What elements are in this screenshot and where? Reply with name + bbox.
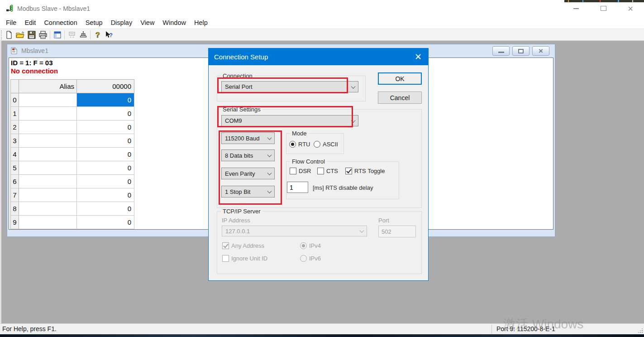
rts-toggle-label: RTS Toggle xyxy=(354,168,385,174)
value-cell[interactable]: 0 xyxy=(77,107,134,120)
radio-unselected-icon xyxy=(314,141,320,148)
checkbox-unchecked-icon xyxy=(317,168,324,174)
svg-text:?: ? xyxy=(109,32,113,39)
alias-cell[interactable] xyxy=(19,134,77,148)
menu-item-display[interactable]: Display xyxy=(107,17,137,29)
value-cell[interactable]: 0 xyxy=(77,202,134,216)
any-address-checkbox: Any Address xyxy=(222,242,264,249)
maximize-button[interactable] xyxy=(590,0,617,17)
serial-port-value: COM9 xyxy=(225,117,242,124)
table-header-row: Alias 00000 xyxy=(11,80,134,93)
corner-header-cell xyxy=(11,80,19,93)
ignore-unit-id-label: Ignore Unit ID xyxy=(231,255,267,262)
menu-item-help[interactable]: Help xyxy=(190,17,212,29)
data-bits-dropdown[interactable]: 8 Data bits xyxy=(221,149,275,161)
value-cell[interactable]: 0 xyxy=(77,175,134,188)
minimize-button[interactable] xyxy=(563,0,590,17)
save-file-button[interactable] xyxy=(26,29,37,40)
menu-item-edit[interactable]: Edit xyxy=(20,17,40,29)
poll-definition-icon xyxy=(67,31,76,39)
toolbar-separator xyxy=(50,30,50,39)
value-cell[interactable]: 0 xyxy=(77,120,134,134)
stop-bits-dropdown[interactable]: 1 Stop Bit xyxy=(221,186,275,197)
window-title: Modbus Slave - Mbslave1 xyxy=(17,5,90,12)
value-cell[interactable]: 0 xyxy=(77,216,134,229)
connection-type-dropdown[interactable]: Serial Port xyxy=(221,81,358,92)
alias-cell[interactable] xyxy=(19,202,77,216)
menu-item-window[interactable]: Window xyxy=(158,17,190,29)
alias-cell[interactable] xyxy=(19,120,77,134)
rts-toggle-checkbox[interactable]: RTS Toggle xyxy=(345,168,385,174)
dialog-close-button[interactable]: ✕ xyxy=(412,51,424,62)
row-index-cell: 6 xyxy=(11,175,19,188)
print-icon xyxy=(38,31,48,39)
chevron-down-icon xyxy=(360,228,364,233)
child-close-button[interactable]: × xyxy=(532,46,549,56)
row-index-cell: 2 xyxy=(11,120,19,134)
context-help-icon: ? xyxy=(105,31,114,39)
radio-selected-icon xyxy=(289,141,296,148)
cts-checkbox[interactable]: CTS xyxy=(317,168,338,174)
row-index-cell: 7 xyxy=(11,188,19,202)
main-title-bar: Modbus Slave - Mbslave1 × xyxy=(0,0,644,17)
alias-cell[interactable] xyxy=(19,216,77,229)
value-cell[interactable]: 0 xyxy=(77,188,134,202)
maximize-icon xyxy=(601,6,606,11)
serial-port-dropdown[interactable]: COM9 xyxy=(221,115,358,126)
baud-rate-dropdown[interactable]: 115200 Baud xyxy=(221,132,275,144)
ascii-radio-label: ASCII xyxy=(323,141,338,148)
open-file-icon xyxy=(16,31,25,39)
open-file-button[interactable] xyxy=(14,29,26,40)
close-icon: × xyxy=(628,4,633,13)
alias-cell[interactable] xyxy=(19,107,77,120)
rts-delay-input[interactable] xyxy=(287,182,308,193)
serial-settings-group-label: Serial Settings xyxy=(221,106,262,113)
alias-cell[interactable] xyxy=(19,188,77,202)
rtu-radio[interactable]: RTU xyxy=(289,141,310,148)
menu-item-file[interactable]: File xyxy=(2,17,20,29)
table-row: 30 xyxy=(11,134,134,148)
context-help-button[interactable]: ? xyxy=(103,29,114,40)
parity-dropdown[interactable]: Even Parity xyxy=(221,168,275,179)
display-setup-button[interactable] xyxy=(52,29,63,40)
child-minimize-button[interactable] xyxy=(492,46,510,56)
resize-grip[interactable] xyxy=(638,328,643,333)
poll-definition-button[interactable] xyxy=(66,29,77,40)
dsr-checkbox[interactable]: DSR xyxy=(290,168,311,174)
alias-cell[interactable] xyxy=(19,175,77,188)
value-cell-selected[interactable]: 0 xyxy=(77,93,134,107)
communication-traffic-button[interactable] xyxy=(77,29,89,40)
value-cell[interactable]: 0 xyxy=(77,148,134,161)
alias-cell[interactable] xyxy=(19,148,77,161)
row-index-cell: 5 xyxy=(11,161,19,175)
menu-item-setup[interactable]: Setup xyxy=(81,17,107,29)
help-button[interactable]: ? xyxy=(92,29,103,40)
alias-cell[interactable] xyxy=(19,93,77,107)
checkbox-unchecked-icon xyxy=(222,255,229,262)
background-window-sliver xyxy=(564,0,644,2)
close-button[interactable]: × xyxy=(617,0,644,17)
table-row: 40 xyxy=(11,148,134,161)
print-button[interactable] xyxy=(37,29,48,40)
new-document-icon xyxy=(5,31,13,39)
document-icon xyxy=(10,47,18,54)
tcpip-server-group: TCP/IP Server IP Address 127.0.0.1 Port … xyxy=(217,211,422,274)
menu-item-view[interactable]: View xyxy=(136,17,158,29)
flow-control-group-label: Flow Control xyxy=(290,158,327,165)
new-document-button[interactable] xyxy=(3,29,14,40)
ip-address-value: 127.0.0.1 xyxy=(225,228,250,235)
tcpip-server-group-label: TCP/IP Server xyxy=(221,208,262,215)
ascii-radio[interactable]: ASCII xyxy=(314,141,338,148)
value-cell[interactable]: 0 xyxy=(77,161,134,175)
cancel-button[interactable]: Cancel xyxy=(378,91,422,104)
toolbar-separator xyxy=(64,30,65,39)
save-file-icon xyxy=(28,31,36,39)
ok-button[interactable]: OK xyxy=(378,72,422,85)
dialog-title: Connection Setup xyxy=(214,53,268,61)
baud-rate-value: 115200 Baud xyxy=(225,135,259,142)
child-restore-button[interactable] xyxy=(512,46,530,56)
alias-cell[interactable] xyxy=(19,161,77,175)
value-cell[interactable]: 0 xyxy=(77,134,134,148)
menu-item-connection[interactable]: Connection xyxy=(40,17,81,29)
taskbar-sliver xyxy=(0,334,644,337)
